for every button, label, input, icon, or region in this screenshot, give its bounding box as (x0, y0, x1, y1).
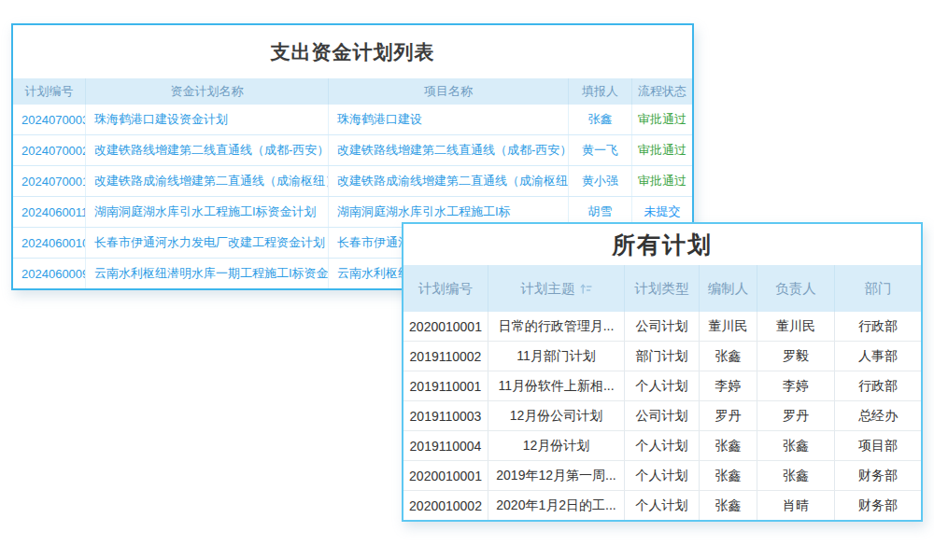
column-header-plan-topic[interactable]: 计划主题 (488, 265, 625, 312)
table-row[interactable]: 2019110001 11月份软件上新相... 个人计划 李婷 李婷 行政部 (403, 371, 921, 400)
cell-plan-type: 个人计划 (625, 431, 700, 460)
table-row[interactable]: 2019110004 12月份计划 个人计划 张鑫 张鑫 项目部 (403, 430, 921, 460)
cell-plan-id: 2020010002 (403, 491, 488, 520)
column-header-owner: 负责人 (757, 265, 835, 312)
cell-author: 李婷 (700, 371, 757, 400)
cell-author: 张鑫 (700, 431, 757, 460)
cell-plan-id[interactable]: 2024070002 (13, 135, 86, 165)
cell-department: 总经办 (835, 401, 921, 430)
cell-plan-id[interactable]: 2024060010 (13, 228, 86, 258)
table2-title: 所有计划 (403, 224, 921, 265)
cell-plan-id: 2020010001 (403, 312, 488, 341)
cell-project-name[interactable]: 珠海鹤港口建设 (329, 105, 569, 134)
table2-header-row: 计划编号 计划主题 计划类型 编制人 负责人 部门 (403, 265, 921, 312)
table-row[interactable]: 2024070002 改建铁路线增建第二线直通线（成都-西安）电... 改建铁路… (13, 134, 692, 165)
cell-department: 行政部 (835, 312, 921, 341)
cell-author: 董川民 (700, 312, 757, 341)
table1-header-row: 计划编号 资金计划名称 项目名称 填报人 流程状态 (13, 78, 692, 105)
cell-filler: 张鑫 (569, 105, 632, 134)
table2-body: 2020010001 日常的行政管理月... 公司计划 董川民 董川民 行政部 … (403, 312, 921, 520)
table-row[interactable]: 2020010001 2019年12月第一周... 个人计划 张鑫 张鑫 财务部 (403, 460, 921, 490)
cell-plan-topic: 2020年1月2日的工... (488, 491, 625, 520)
table-row[interactable]: 2020010001 日常的行政管理月... 公司计划 董川民 董川民 行政部 (403, 312, 921, 341)
cell-plan-id[interactable]: 2024060011 (13, 197, 86, 227)
cell-fund-plan-name[interactable]: 湖南洞庭湖水库引水工程施工I标资金计划 (86, 197, 329, 227)
sort-ascending-icon[interactable] (580, 283, 592, 295)
cell-owner: 肖晴 (757, 491, 835, 520)
column-header-fund-plan-name: 资金计划名称 (86, 78, 329, 105)
column-header-project-name: 项目名称 (329, 78, 569, 105)
cell-filler: 黄小强 (569, 166, 632, 196)
cell-department: 财务部 (835, 491, 921, 520)
cell-status[interactable]: 审批通过 (632, 135, 692, 165)
cell-author: 张鑫 (700, 461, 757, 490)
table-row[interactable]: 2024070001 改建铁路成渝线增建第二直通线（成渝枢纽）... 改建铁路成… (13, 165, 692, 196)
cell-owner: 张鑫 (757, 461, 835, 490)
cell-owner: 罗丹 (757, 401, 835, 430)
cell-plan-topic: 11月份软件上新相... (488, 371, 625, 400)
cell-owner: 李婷 (757, 371, 835, 400)
column-header-plan-id: 计划编号 (13, 78, 86, 105)
cell-filler: 黄一飞 (569, 135, 632, 165)
table-row[interactable]: 2019110002 11月部门计划 部门计划 张鑫 罗毅 人事部 (403, 341, 921, 371)
cell-department: 行政部 (835, 371, 921, 400)
cell-fund-plan-name[interactable]: 珠海鹤港口建设资金计划 (86, 105, 329, 134)
cell-status[interactable]: 审批通过 (632, 166, 692, 196)
cell-plan-id[interactable]: 2024070003 (13, 105, 86, 134)
cell-department: 人事部 (835, 342, 921, 371)
table-row[interactable]: 2024070003 珠海鹤港口建设资金计划 珠海鹤港口建设 张鑫 审批通过 (13, 105, 692, 134)
table-row[interactable]: 2020010002 2020年1月2日的工... 个人计划 张鑫 肖晴 财务部 (403, 490, 921, 520)
table1-title: 支出资金计划列表 (13, 25, 692, 78)
cell-author: 张鑫 (700, 491, 757, 520)
cell-status[interactable]: 审批通过 (632, 105, 692, 134)
table-row[interactable]: 2019110003 12月份公司计划 公司计划 罗丹 罗丹 总经办 (403, 400, 921, 430)
cell-fund-plan-name[interactable]: 长春市伊通河水力发电厂改建工程资金计划 (86, 228, 329, 258)
cell-project-name[interactable]: 改建铁路线增建第二线直通线（成都-西安）电... (329, 135, 569, 165)
cell-fund-plan-name[interactable]: 改建铁路线增建第二线直通线（成都-西安）电... (86, 135, 329, 165)
cell-owner: 张鑫 (757, 431, 835, 460)
cell-plan-type: 个人计划 (625, 491, 700, 520)
cell-plan-topic: 12月份计划 (488, 431, 625, 460)
cell-plan-type: 公司计划 (625, 312, 700, 341)
cell-owner: 罗毅 (757, 342, 835, 371)
cell-plan-type: 部门计划 (625, 342, 700, 371)
column-header-author: 编制人 (700, 265, 757, 312)
cell-plan-id[interactable]: 2024060009 (13, 259, 86, 288)
cell-project-name[interactable]: 改建铁路成渝线增建第二直通线（成渝枢纽）... (329, 166, 569, 196)
cell-plan-id: 2019110003 (403, 401, 488, 430)
column-header-plan-type: 计划类型 (625, 265, 700, 312)
column-header-department: 部门 (835, 265, 921, 312)
cell-plan-type: 公司计划 (625, 401, 700, 430)
cell-author: 张鑫 (700, 342, 757, 371)
cell-plan-topic: 2019年12月第一周... (488, 461, 625, 490)
cell-plan-id: 2019110001 (403, 371, 488, 400)
column-header-filler: 填报人 (569, 78, 632, 105)
cell-department: 项目部 (835, 431, 921, 460)
cell-author: 罗丹 (700, 401, 757, 430)
cell-plan-type: 个人计划 (625, 371, 700, 400)
cell-fund-plan-name[interactable]: 改建铁路成渝线增建第二直通线（成渝枢纽）... (86, 166, 329, 196)
all-plans-table: 所有计划 计划编号 计划主题 计划类型 编制人 负责人 部门 202001000… (402, 222, 923, 522)
column-header-plan-topic-label: 计划主题 (521, 280, 575, 298)
cell-plan-topic: 11月部门计划 (488, 342, 625, 371)
cell-plan-topic: 日常的行政管理月... (488, 312, 625, 341)
cell-plan-type: 个人计划 (625, 461, 700, 490)
cell-plan-id: 2019110002 (403, 342, 488, 371)
cell-plan-id: 2020010001 (403, 461, 488, 490)
cell-owner: 董川民 (757, 312, 835, 341)
cell-plan-topic: 12月份公司计划 (488, 401, 625, 430)
cell-plan-id: 2019110004 (403, 431, 488, 460)
column-header-plan-id: 计划编号 (403, 265, 488, 312)
column-header-status: 流程状态 (632, 78, 692, 105)
cell-plan-id[interactable]: 2024070001 (13, 166, 86, 196)
cell-department: 财务部 (835, 461, 921, 490)
cell-fund-plan-name[interactable]: 云南水利枢纽潜明水库一期工程施工I标资金计划 (86, 259, 329, 288)
